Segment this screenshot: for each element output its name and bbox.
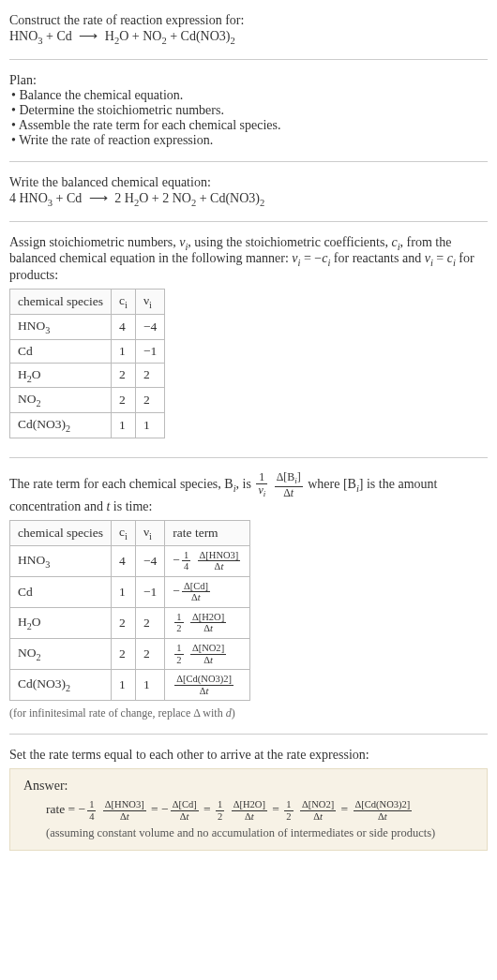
col-vi: νi xyxy=(135,290,164,315)
cell-rate: 12 Δ[H2O]Δt xyxy=(165,607,250,638)
rate-expression: rate = −14 Δ[HNO3]Δt = −Δ[Cd]Δt = 12 Δ[H… xyxy=(23,799,474,822)
plan-item-text: Balance the chemical equation. xyxy=(19,88,183,102)
cell-vi: 2 xyxy=(135,363,164,388)
balanced-equation: 4 HNO3 + Cd ⟶ 2 H2O + 2 NO2 + Cd(NO3)2 xyxy=(9,190,488,208)
table-row: Cd(NO3)211Δ[Cd(NO3)2]Δt xyxy=(10,670,250,701)
table-row: H2O22 xyxy=(10,363,165,388)
cell-vi: −1 xyxy=(135,339,164,363)
table-header-row: chemical species ci νi xyxy=(10,290,165,315)
stoich-table: chemical species ci νi HNO34−4 Cd1−1 H2O… xyxy=(9,289,165,438)
divider xyxy=(9,734,488,735)
cell-vi: −1 xyxy=(135,576,164,607)
problem-title: Construct the rate of reaction expressio… xyxy=(9,13,488,28)
cell-vi: 2 xyxy=(135,607,164,638)
col-vi: νi xyxy=(135,520,164,545)
rateterm-table: chemical species ci νi rate term HNO34−4… xyxy=(9,520,250,701)
problem-header: Construct the rate of reaction expressio… xyxy=(9,7,488,52)
table-row: NO222 xyxy=(10,388,165,413)
cell-ci: 2 xyxy=(112,607,136,638)
cell-species: Cd(NO3)2 xyxy=(10,670,112,701)
cell-ci: 2 xyxy=(112,388,136,413)
plan-item: • Assemble the rate term for each chemic… xyxy=(9,118,488,133)
plan-section: Plan: • Balance the chemical equation. •… xyxy=(9,67,488,154)
cell-ci: 1 xyxy=(112,670,136,701)
plan-item-text: Write the rate of reaction expression. xyxy=(19,133,213,147)
unbalanced-equation: HNO3 + Cd ⟶ H2O + NO2 + Cd(NO3)2 xyxy=(9,28,488,46)
cell-species: Cd xyxy=(10,339,112,363)
cell-species: HNO3 xyxy=(10,545,112,576)
divider xyxy=(9,161,488,162)
cell-species: Cd(NO3)2 xyxy=(10,412,112,438)
balanced-title: Write the balanced chemical equation: xyxy=(9,175,488,190)
cell-species: H2O xyxy=(10,363,112,388)
table-row: HNO34−4−14 Δ[HNO3]Δt xyxy=(10,545,250,576)
cell-vi: 1 xyxy=(135,670,164,701)
cell-species: H2O xyxy=(10,607,112,638)
table-row: H2O2212 Δ[H2O]Δt xyxy=(10,607,250,638)
stoich-section: Assign stoichiometric numbers, νi, using… xyxy=(9,230,488,450)
plan-item: • Write the rate of reaction expression. xyxy=(9,133,488,148)
rateterm-intro: The rate term for each chemical species,… xyxy=(9,471,488,514)
table-row: HNO34−4 xyxy=(10,314,165,339)
table-row: Cd1−1 xyxy=(10,339,165,363)
cell-vi: −4 xyxy=(135,545,164,576)
table-row: Cd1−1−Δ[Cd]Δt xyxy=(10,576,250,607)
cell-vi: 2 xyxy=(135,388,164,413)
cell-vi: 1 xyxy=(135,412,164,438)
plan-item-text: Assemble the rate term for each chemical… xyxy=(19,118,281,132)
col-species: chemical species xyxy=(10,520,112,545)
plan-item: • Determine the stoichiometric numbers. xyxy=(9,103,488,118)
plan-item: • Balance the chemical equation. xyxy=(9,88,488,103)
cell-vi: 2 xyxy=(135,639,164,670)
table-row: NO22212 Δ[NO2]Δt xyxy=(10,639,250,670)
divider xyxy=(9,221,488,222)
cell-ci: 1 xyxy=(112,412,136,438)
balanced-section: Write the balanced chemical equation: 4 … xyxy=(9,170,488,214)
cell-species: HNO3 xyxy=(10,314,112,339)
cell-rate: −Δ[Cd]Δt xyxy=(165,576,250,607)
final-intro: Set the rate terms equal to each other t… xyxy=(9,748,488,763)
answer-assumption: (assuming constant volume and no accumul… xyxy=(23,826,474,840)
final-section: Set the rate terms equal to each other t… xyxy=(9,742,488,855)
plan-item-text: Determine the stoichiometric numbers. xyxy=(19,103,224,117)
plan-title: Plan: xyxy=(9,73,488,88)
cell-species: NO2 xyxy=(10,388,112,413)
cell-species: NO2 xyxy=(10,639,112,670)
cell-rate: Δ[Cd(NO3)2]Δt xyxy=(165,670,250,701)
cell-vi: −4 xyxy=(135,314,164,339)
col-species: chemical species xyxy=(10,290,112,315)
stoich-intro: Assign stoichiometric numbers, νi, using… xyxy=(9,235,488,284)
answer-label: Answer: xyxy=(23,779,474,794)
cell-species: Cd xyxy=(10,576,112,607)
answer-box: Answer: rate = −14 Δ[HNO3]Δt = −Δ[Cd]Δt … xyxy=(9,768,488,850)
divider xyxy=(9,59,488,60)
cell-ci: 2 xyxy=(112,639,136,670)
table-header-row: chemical species ci νi rate term xyxy=(10,520,250,545)
cell-ci: 1 xyxy=(112,576,136,607)
table-row: Cd(NO3)211 xyxy=(10,412,165,438)
cell-ci: 4 xyxy=(112,314,136,339)
rateterm-section: The rate term for each chemical species,… xyxy=(9,466,488,727)
rateterm-note: (for infinitesimal rate of change, repla… xyxy=(9,706,488,720)
cell-rate: −14 Δ[HNO3]Δt xyxy=(165,545,250,576)
cell-ci: 2 xyxy=(112,363,136,388)
col-ci: ci xyxy=(112,520,136,545)
cell-ci: 1 xyxy=(112,339,136,363)
cell-ci: 4 xyxy=(112,545,136,576)
divider xyxy=(9,457,488,458)
cell-rate: 12 Δ[NO2]Δt xyxy=(165,639,250,670)
col-ci: ci xyxy=(112,290,136,315)
col-rate: rate term xyxy=(165,520,250,545)
